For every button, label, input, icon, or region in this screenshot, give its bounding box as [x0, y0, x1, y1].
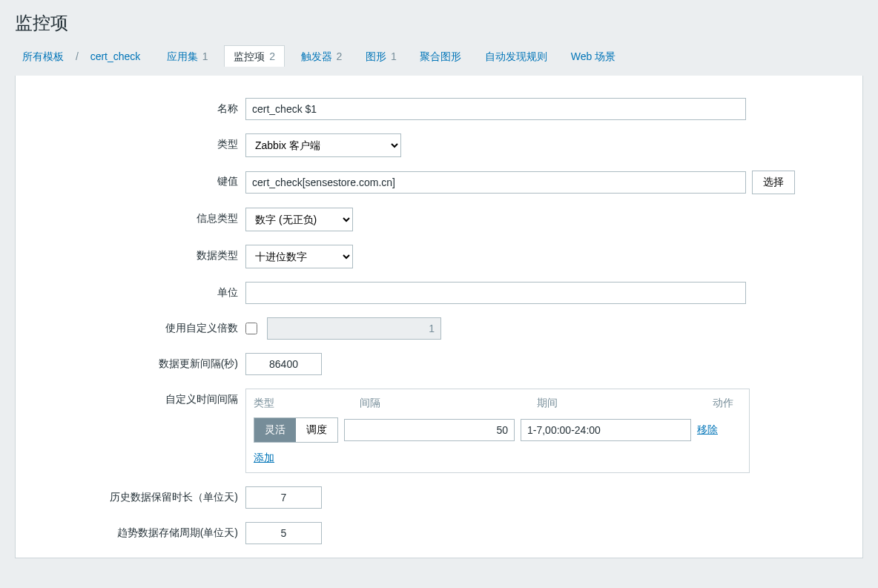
breadcrumb-nav: 所有模板 / cert_check 应用集 1 监控项 2 触发器 2 图形 1… — [0, 46, 878, 76]
interval-remove-link[interactable]: 移除 — [697, 423, 718, 437]
interval-header-period: 期间 — [537, 397, 713, 410]
interval-period-input[interactable] — [521, 419, 691, 441]
info-type-select[interactable]: 数字 (无正负) — [245, 208, 353, 231]
breadcrumb-separator: / — [74, 50, 80, 62]
nav-screens[interactable]: 聚合图形 — [412, 46, 469, 68]
info-type-label: 信息类型 — [30, 208, 245, 225]
key-input[interactable] — [245, 171, 746, 194]
interval-value-input[interactable] — [344, 419, 515, 441]
type-label: 类型 — [30, 133, 245, 151]
update-interval-input[interactable] — [245, 353, 322, 375]
nav-applications[interactable]: 应用集 1 — [159, 46, 216, 68]
interval-header-action: 动作 — [713, 397, 742, 410]
interval-row: 灵活 调度 移除 — [254, 417, 742, 443]
multiplier-checkbox[interactable] — [245, 323, 257, 334]
multiplier-input — [267, 317, 441, 340]
page-title: 监控项 — [15, 11, 863, 35]
custom-interval-table: 类型 间隔 期间 动作 灵活 调度 移除 添加 — [245, 389, 750, 473]
interval-header-interval: 间隔 — [360, 397, 537, 410]
interval-header-type: 类型 — [254, 397, 360, 410]
interval-type-segmented: 灵活 调度 — [254, 417, 338, 443]
data-type-label: 数据类型 — [30, 245, 245, 262]
form-container: 名称 类型 Zabbix 客户端 键值 选择 信息类型 数字 (无正负) 数据类… — [15, 76, 863, 558]
scheduling-button[interactable]: 调度 — [296, 418, 337, 442]
units-input[interactable] — [245, 282, 746, 304]
name-label: 名称 — [30, 98, 245, 116]
trend-label: 趋势数据存储周期(单位天) — [30, 522, 245, 540]
key-select-button[interactable]: 选择 — [752, 171, 795, 194]
nav-discovery[interactable]: 自动发现规则 — [478, 46, 555, 68]
nav-items-active[interactable]: 监控项 2 — [224, 45, 285, 67]
multiplier-label: 使用自定义倍数 — [30, 317, 245, 335]
nav-all-templates[interactable]: 所有模板 — [15, 46, 71, 68]
custom-interval-label: 自定义时间间隔 — [30, 389, 245, 406]
nav-triggers[interactable]: 触发器 2 — [294, 46, 350, 68]
nav-template-name[interactable]: cert_check — [83, 46, 148, 67]
name-input[interactable] — [245, 98, 746, 120]
nav-graphs[interactable]: 图形 1 — [358, 46, 404, 68]
history-input[interactable] — [245, 486, 322, 509]
flexible-button[interactable]: 灵活 — [254, 418, 296, 442]
type-select[interactable]: Zabbix 客户端 — [245, 133, 401, 157]
nav-web[interactable]: Web 场景 — [564, 46, 623, 68]
data-type-select[interactable]: 十进位数字 — [245, 245, 353, 268]
interval-add-link[interactable]: 添加 — [254, 452, 274, 463]
units-label: 单位 — [30, 282, 245, 300]
update-interval-label: 数据更新间隔(秒) — [30, 353, 245, 371]
trend-input[interactable] — [245, 522, 322, 544]
history-label: 历史数据保留时长（单位天) — [30, 486, 245, 504]
key-label: 键值 — [30, 171, 245, 188]
